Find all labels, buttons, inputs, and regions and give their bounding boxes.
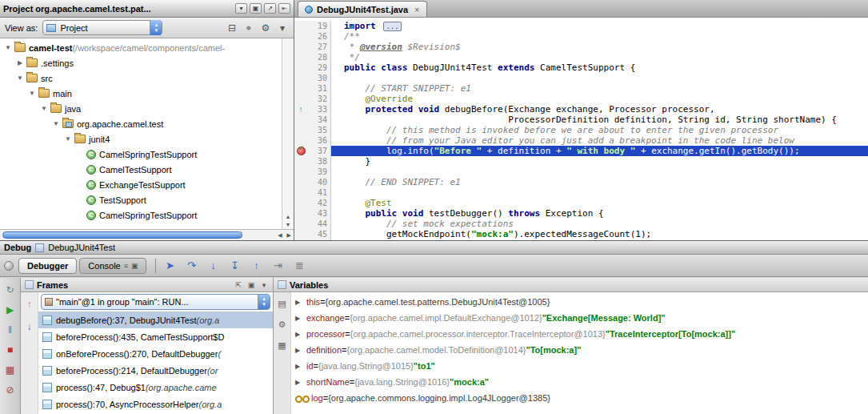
variable-row[interactable]: log = {org.apache.commons.logging.impl.L… [291,390,868,406]
variable-row[interactable]: ▶definition = {org.apache.camel.model.To… [291,342,868,358]
code-text[interactable] [331,73,868,83]
tab-debugger[interactable]: Debugger [18,258,77,274]
hide-button[interactable]: ⇤ [278,3,290,14]
collapse-button[interactable]: ▾ [235,3,247,14]
code-text[interactable]: // this method is invoked before we are … [331,125,868,135]
gutter[interactable] [294,167,307,177]
tree-item-.settings[interactable]: ▶.settings [0,55,282,70]
code-text[interactable]: /** [331,31,868,42]
code-editor[interactable]: 19import ...26/**27 * @version $Revision… [294,18,868,240]
execution-line[interactable]: log.info("Before " + definition + " with… [331,146,868,156]
gutter[interactable] [294,229,307,239]
gutter[interactable] [294,187,307,198]
code-text[interactable]: public class DebugJUnit4Test extends Cam… [331,62,868,73]
expand-arrow-icon[interactable]: ▶ [295,299,306,306]
tree-item-junit4[interactable]: ▼junit4 [0,131,282,147]
tree-item-CamelSpringTestSupport[interactable]: CCamelSpringTestSupport [0,147,282,162]
gutter[interactable] [294,146,307,156]
thread-stepper-icon[interactable]: ▲ ▼ [258,294,270,310]
code-line[interactable]: 34 ProcessorDefinition definition, Strin… [294,115,868,125]
project-vertical-scrollbar[interactable]: ▲ ▼ [282,38,294,229]
tree-item-CamelTestSupport[interactable]: CCamelTestSupport [0,162,282,177]
code-line[interactable]: 38 } [294,156,868,167]
editor-tab[interactable]: DebugJUnit4Test.java × [298,1,427,17]
mute-breakpoints-button[interactable]: ⊘ [3,383,18,397]
gutter[interactable] [294,208,307,219]
code-line[interactable]: 19import ... [294,21,868,31]
tree-item-main[interactable]: ▼main [0,86,282,101]
tree-item-ExchangeTestSupport[interactable]: CExchangeTestSupport [0,177,282,192]
code-text[interactable]: protected void debugBefore(Exchange exch… [331,104,868,115]
code-text[interactable]: } [331,156,868,167]
expand-panel-icon[interactable]: ⇱ [234,280,243,290]
code-text[interactable]: // set mock expectations [331,219,868,229]
scroll-down-icon[interactable]: ▼ [286,222,291,227]
gutter[interactable] [294,94,307,104]
stack-frame-item[interactable]: beforeProcess():435, CamelTestSupport$D [38,328,273,345]
folded-region[interactable]: ... [383,22,401,31]
code-text[interactable] [331,167,868,177]
tree-item-TestSupport[interactable]: CTestSupport [0,192,282,207]
override-method-icon[interactable]: ↑ [299,105,303,114]
code-text[interactable]: // from your Java editor you can just ad… [331,135,868,146]
project-titlebar[interactable]: Project org.apache.camel.test.pat... ▾▣↗… [0,0,294,18]
code-line[interactable]: 29public class DebugJUnit4Test extends C… [294,62,868,73]
step-over-button[interactable]: ↷ [184,259,198,273]
code-line[interactable]: 36 // from your Java editor you can just… [294,135,868,146]
next-frame-button[interactable]: ↓ [22,320,37,334]
code-text[interactable]: * @version $Revision$ [331,42,868,52]
tree-item-camel-test[interactable]: ▼camel-test (/workspace/camel/components… [0,40,282,55]
tree-toggle-icon[interactable]: ▼ [51,120,61,127]
scroll-up-icon[interactable]: ▲ [286,214,291,219]
tree-toggle-icon[interactable]: ▼ [15,74,25,82]
pin-icon[interactable]: ≡ [124,262,128,270]
stack-frame-item[interactable]: process():70, AsyncProcessorHelper (org.… [38,396,273,412]
tree-toggle-icon[interactable]: ▼ [3,44,13,51]
expand-arrow-icon[interactable]: ▶ [295,331,306,338]
tab-close-icon[interactable]: × [414,5,419,14]
gear-icon[interactable]: ⚙ [259,22,272,34]
variable-row[interactable]: ▶processor = {org.apache.camel.processor… [291,326,868,342]
gutter[interactable] [294,52,307,62]
code-text[interactable]: */ [331,52,868,62]
code-line[interactable]: 26/** [294,31,868,42]
add-watch-icon[interactable]: ▦ [275,338,290,352]
stack-frame-item[interactable]: process():47, Debug$1 (org.apache.came [38,379,273,396]
rerun-button[interactable]: ↻ [3,283,18,297]
gutter[interactable] [294,21,307,31]
code-text[interactable]: @Test [331,198,868,208]
code-line[interactable]: 39 [294,167,868,177]
gutter[interactable] [294,62,307,73]
split-icon[interactable]: ▣ [131,262,138,270]
code-line[interactable]: 27 * @version $Revision$ [294,42,868,52]
expand-arrow-icon[interactable]: ▶ [295,315,306,322]
view-as-select[interactable]: Project ▲ ▼ [42,20,162,35]
code-text[interactable] [331,187,868,198]
flatten-packages-icon[interactable]: ⊟ [226,22,238,34]
gutter[interactable] [294,83,307,94]
code-line[interactable]: 30 [294,73,868,83]
settings-gear-icon[interactable]: ⚙ [275,317,290,332]
select-stepper-icon[interactable]: ▲ ▼ [150,20,162,35]
evaluate-expression-button[interactable]: ≣ [292,259,306,273]
code-line[interactable]: 35 // this method is invoked before we a… [294,125,868,135]
code-text[interactable]: @Override [331,94,868,104]
view-breakpoints-button[interactable]: ▦ [3,363,18,377]
show-execution-point-button[interactable]: ➤ [162,259,177,273]
chevron-down-icon[interactable]: ▾ [276,22,289,34]
force-step-into-button[interactable]: ↧ [227,259,242,273]
tree-item-java[interactable]: ▼java [0,101,282,116]
thread-selector[interactable]: "main"@1 in group "main": RUN... ▲ ▼ [41,294,270,310]
tree-toggle-icon[interactable]: ▼ [27,90,37,97]
gutter[interactable] [294,219,307,229]
gutter[interactable] [294,31,307,42]
code-text[interactable]: ProcessorDefinition definition, String i… [331,115,868,125]
breakpoint-icon[interactable] [297,147,306,155]
gutter[interactable]: ↑ [294,104,307,115]
stack-frame-item[interactable]: onBeforeProcess():270, DefaultDebugger ( [38,345,273,362]
code-line[interactable]: ↑33 protected void debugBefore(Exchange … [294,104,868,115]
variable-row[interactable]: ▶exchange = {org.apache.camel.impl.Defau… [291,310,868,326]
code-line[interactable]: 42 @Test [294,198,868,208]
code-text[interactable]: public void testDebugger() throws Except… [331,208,868,219]
debug-titlebar[interactable]: Debug DebugJUnit4Test [0,241,868,255]
